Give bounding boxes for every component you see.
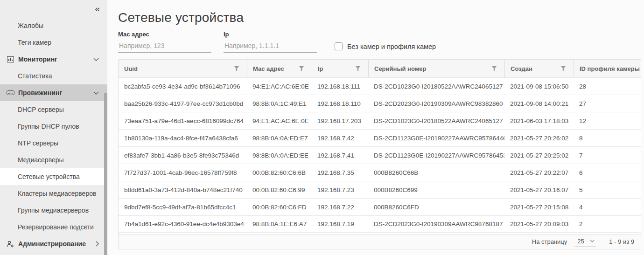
no-cameras-checkbox[interactable]	[335, 42, 343, 50]
sidebar-item-label: Статистика	[18, 72, 102, 80]
sidebar-nav: ЖалобыТеги камерМониторингСтатистикаПров…	[0, 17, 107, 252]
ip-filter-field: Ip	[224, 31, 317, 53]
table-cell: 73eaa751-a79e-46d1-aecc-6816099dc764	[119, 112, 247, 129]
page-size-select[interactable]: 25	[574, 237, 596, 247]
table-row[interactable]: 1b80130a-119a-4ac4-8fce-f47a6438cfa698:8…	[119, 129, 641, 146]
table-cell: DS-2CD1023G0-I20180522AAWRC24065127	[368, 78, 504, 95]
filter-funnel-icon[interactable]	[299, 66, 304, 71]
table-cell: 192.168.7.35	[312, 164, 368, 181]
table-row[interactable]: b8dd61a0-3a73-412d-840a-b748ec21f74000:0…	[119, 181, 641, 198]
devices-table: UuidМас адресIpСерийный номерСозданID пр…	[118, 59, 641, 249]
filter-funnel-icon[interactable]	[560, 66, 566, 71]
no-cameras-checkbox-label: Без камер и профиля камер	[347, 43, 436, 50]
column-header[interactable]: Ip	[312, 60, 368, 77]
table-cell: 2021-05-27 20:09:03	[504, 216, 574, 232]
sidebar-item[interactable]: Медиасерверы	[0, 152, 107, 168]
table-row[interactable]: baa25b26-933c-4197-97ee-cc973d1cb0bd98:8…	[119, 95, 641, 112]
table-cell: 2	[574, 216, 641, 232]
sidebar-item[interactable]: NTP серверы	[0, 135, 107, 152]
column-header[interactable]: Uuid	[119, 60, 247, 77]
table-cell: 00:0B:82:60:C6:FD	[247, 199, 312, 215]
sidebar-scrollbar[interactable]	[104, 93, 107, 255]
sidebar-item-label: Медиасерверы	[18, 156, 102, 164]
column-header-label: Создан	[511, 65, 532, 72]
column-header[interactable]: Создан	[504, 60, 574, 77]
sidebar-item[interactable]: Группы DHCP пулов	[0, 118, 107, 135]
table-row[interactable]: bc2abfa5-ce93-4e34-ad9c-bf3614b7109694:E…	[119, 77, 641, 95]
sidebar-item[interactable]: Кластеры медиасерверов	[0, 185, 107, 202]
sidebar-item[interactable]: Мониторинг	[0, 51, 107, 68]
table-cell: 98:8B:0A:1C:49:E1	[247, 95, 312, 112]
table-cell: 00:0B:82:60:C6:99	[247, 181, 312, 198]
table-cell: 2021-09-08 14:00:21	[504, 95, 574, 112]
table-cell: 192.168.17.203	[312, 112, 368, 129]
column-header[interactable]: Мас адрес	[247, 60, 312, 77]
table-body: bc2abfa5-ce93-4e34-ad9c-bf3614b7109694:E…	[119, 77, 641, 233]
filter-bar: Мас адрес Ip Без камер и профиля камер	[118, 31, 641, 53]
table-cell: 00:0B:82:60:C6:6B	[247, 164, 312, 181]
table-cell: 000B8260C6FD	[368, 199, 504, 215]
table-cell: 4	[574, 199, 641, 215]
sidebar-item-label: Администрирование	[18, 240, 93, 248]
sidebar-item[interactable]: Провижининг	[0, 84, 107, 101]
table-cell: 000B8260C66B	[368, 164, 504, 181]
main-content: Сетевые устройства Мас адрес Ip Без каме…	[107, 0, 644, 255]
page-size-value: 25	[577, 238, 584, 245]
table-cell: 192.168.7.19	[312, 216, 368, 232]
filter-funnel-icon[interactable]	[355, 66, 361, 71]
filter-funnel-icon[interactable]	[491, 66, 497, 71]
table-cell: 192.168.7.42	[312, 130, 368, 146]
filter-funnel-icon[interactable]	[234, 66, 239, 71]
table-cell: DS-2CD2023G0-I20190309AAWRC98382860	[368, 95, 504, 112]
ip-filter-label: Ip	[224, 31, 317, 38]
sidebar-item[interactable]: Жалобы	[0, 17, 107, 34]
chevron-down-icon	[93, 58, 99, 61]
no-cameras-checkbox-wrap: Без камер и профиля камер	[335, 42, 436, 50]
table-cell: 192.168.18.110	[312, 95, 368, 112]
table-cell: ef83afe7-3bb1-4a86-b3e5-8fe93c75346d	[119, 147, 247, 164]
table-cell: 192.168.18.111	[312, 78, 368, 95]
table-row[interactable]: 7b4a1d61-e92c-4360-91ee-dc4e4b9303e498:8…	[119, 215, 641, 233]
column-header[interactable]: ID профиля камеры	[574, 60, 641, 77]
sidebar-item-label: Группы медиасерверов	[18, 207, 102, 214]
mac-filter-input[interactable]	[118, 40, 211, 53]
sidebar-item[interactable]: Резервирование подсети	[0, 219, 107, 235]
sidebar-item[interactable]: Группы медиасерверов	[0, 202, 107, 219]
column-header[interactable]: Серийный номер	[368, 60, 504, 77]
sidebar-item-label: Жалобы	[18, 22, 102, 29]
table-cell: 192.168.7.22	[312, 199, 368, 215]
mac-filter-label: Мас адрес	[118, 31, 211, 38]
table-cell: 1b80130a-119a-4ac4-8fce-f47a6438cfa6	[119, 130, 247, 146]
sidebar-item-label: Сетевые устройства	[18, 173, 102, 180]
sidebar: « ЖалобыТеги камерМониторингСтатистикаПр…	[0, 0, 107, 255]
ip-filter-input[interactable]	[224, 40, 317, 53]
sidebar-item-label: Мониторинг	[18, 55, 91, 63]
column-header-label: Uuid	[124, 65, 138, 72]
table-cell: 98:8B:0A:0A:ED:EE	[247, 147, 312, 164]
table-cell: 12	[574, 112, 641, 129]
sidebar-item-label: Резервирование подсети	[18, 223, 102, 231]
sidebar-item[interactable]: Сетевые устройства	[0, 168, 107, 185]
table-cell: 6	[574, 164, 641, 181]
table-row[interactable]: 7f727d37-1001-4cab-96ec-16578ff759f800:0…	[119, 164, 641, 181]
column-header-label: Мас адрес	[253, 65, 284, 72]
collapse-sidebar-icon[interactable]: «	[95, 4, 100, 13]
table-cell: DS-2CD1023G0-I20180522AAWRC24065127	[368, 112, 504, 129]
sidebar-item[interactable]: Теги камер	[0, 34, 107, 51]
table-header-row: UuidМас адресIpСерийный номерСозданID пр…	[119, 60, 641, 77]
sidebar-item[interactable]: DHCP серверы	[0, 101, 107, 118]
sidebar-item[interactable]: Администрирование	[0, 235, 107, 252]
table-cell: 98:8B:0A:0A:ED:E7	[247, 130, 312, 146]
table-cell: 9dbd7ef8-5cc9-49df-af7a-81b65dfcc4c1	[119, 199, 247, 215]
sidebar-item[interactable]: Статистика	[0, 68, 107, 84]
table-cell: 2021-05-27 20:26:02	[504, 130, 574, 146]
table-row[interactable]: ef83afe7-3bb1-4a86-b3e5-8fe93c75346d98:8…	[119, 146, 641, 164]
column-header-label: Серийный номер	[374, 65, 427, 72]
table-row[interactable]: 9dbd7ef8-5cc9-49df-af7a-81b65dfcc4c100:0…	[119, 198, 641, 215]
mac-filter-field: Мас адрес	[118, 31, 211, 53]
sidebar-item-label: NTP серверы	[18, 139, 102, 147]
sidebar-item-label: Теги камер	[18, 39, 102, 46]
table-cell: 2021-09-08 15:06:50	[504, 78, 574, 95]
table-cell: b8dd61a0-3a73-412d-840a-b748ec21f740	[119, 181, 247, 198]
table-row[interactable]: 73eaa751-a79e-46d1-aecc-6816099dc76494:E…	[119, 112, 641, 129]
